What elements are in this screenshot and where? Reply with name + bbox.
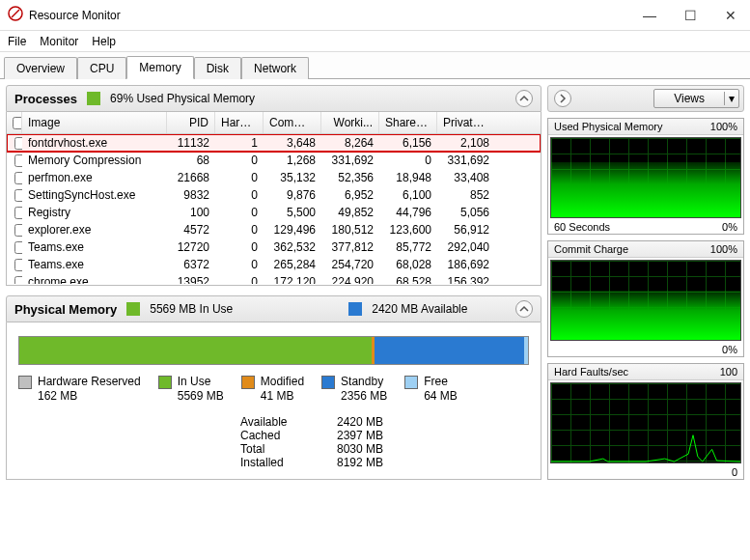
cell-commit: 9,876 xyxy=(264,188,321,202)
views-dropdown[interactable]: Views ▾ xyxy=(653,89,739,108)
row-checkbox[interactable] xyxy=(14,276,22,285)
views-label: Views xyxy=(654,92,724,105)
cell-pid: 68 xyxy=(167,154,215,167)
table-row[interactable]: chrome.exe139520172,120224,92068,528156,… xyxy=(7,273,541,284)
cell-hf: 1 xyxy=(215,136,264,150)
cell-hf: 0 xyxy=(215,258,264,271)
row-checkbox[interactable] xyxy=(14,241,22,254)
cell-working: 49,852 xyxy=(321,206,379,219)
cell-working: 331,692 xyxy=(321,154,379,167)
table-row[interactable]: fontdrvhost.exe1113213,6488,2646,1562,10… xyxy=(7,134,541,152)
chart-nav-button[interactable] xyxy=(554,90,571,107)
cell-commit: 35,132 xyxy=(264,171,321,184)
memory-stats: Available2420 MBCached2397 MBTotal8030 M… xyxy=(240,415,529,469)
table-row[interactable]: Teams.exe127200362,532377,81285,772292,0… xyxy=(7,238,541,256)
table-row[interactable]: Registry10005,50049,85244,7965,056 xyxy=(7,204,541,221)
memory-legend: Hardware Reserved162 MBIn Use5569 MBModi… xyxy=(18,375,529,404)
cell-commit: 5,500 xyxy=(264,206,321,219)
cell-image: SettingSyncHost.exe xyxy=(22,188,167,202)
cell-commit: 3,648 xyxy=(264,136,321,150)
menu-bar: File Monitor Help xyxy=(0,31,750,52)
cell-share: 6,156 xyxy=(379,136,437,150)
tab-network[interactable]: Network xyxy=(241,57,309,79)
collapse-button-2[interactable] xyxy=(515,300,533,318)
cell-commit: 129,496 xyxy=(264,223,321,237)
cell-share: 123,600 xyxy=(379,223,437,237)
cell-working: 8,264 xyxy=(321,136,379,150)
chart-title: Used Physical Memory xyxy=(554,121,662,132)
legend-value: 41 MB xyxy=(261,389,304,404)
tab-cpu[interactable]: CPU xyxy=(77,57,126,79)
svg-line-1 xyxy=(12,10,19,17)
row-checkbox[interactable] xyxy=(14,189,22,202)
col-hardfaults[interactable]: Hard F... xyxy=(215,112,264,133)
row-checkbox[interactable] xyxy=(14,207,22,219)
row-checkbox[interactable] xyxy=(14,224,22,237)
chart-foot-right: 0% xyxy=(722,221,737,233)
maximize-button[interactable]: ☐ xyxy=(679,8,702,23)
tab-disk[interactable]: Disk xyxy=(194,57,241,79)
cell-private: 33,408 xyxy=(437,171,495,184)
chart-max: 100% xyxy=(710,243,737,255)
cell-hf: 0 xyxy=(215,223,264,237)
row-checkbox[interactable] xyxy=(14,259,22,271)
legend-swatch-icon xyxy=(321,376,335,389)
cell-image: explorer.exe xyxy=(22,223,167,237)
menu-monitor[interactable]: Monitor xyxy=(40,35,78,48)
col-check[interactable] xyxy=(7,112,22,133)
stat-value: 8192 MB xyxy=(316,456,383,469)
col-private[interactable]: Private ... xyxy=(437,112,495,133)
cell-pid: 6372 xyxy=(167,258,215,271)
cell-working: 377,812 xyxy=(321,240,379,254)
cell-private: 2,108 xyxy=(437,136,495,150)
stat-key: Installed xyxy=(240,456,298,469)
cell-share: 44,796 xyxy=(379,206,437,219)
chart-canvas xyxy=(550,382,741,463)
collapse-button[interactable] xyxy=(515,90,533,107)
col-pid[interactable]: PID xyxy=(167,112,215,133)
table-row[interactable]: SettingSyncHost.exe983209,8766,9526,1008… xyxy=(7,186,541,204)
legend-value: 5569 MB xyxy=(178,389,224,404)
cell-hf: 0 xyxy=(215,275,264,284)
physical-memory-header[interactable]: Physical Memory 5569 MB In Use 2420 MB A… xyxy=(6,295,542,322)
stat-value: 2397 MB xyxy=(316,429,383,442)
inuse-label: 5569 MB In Use xyxy=(150,302,233,316)
table-row[interactable]: Teams.exe63720265,284254,72068,028186,69… xyxy=(7,256,541,273)
tab-overview[interactable]: Overview xyxy=(4,57,77,79)
cell-private: 5,056 xyxy=(437,206,495,219)
stat-row: Installed8192 MB xyxy=(240,456,529,469)
processes-header[interactable]: Processes 69% Used Physical Memory xyxy=(6,85,542,112)
minimize-button[interactable]: — xyxy=(638,8,661,23)
cell-pid: 11132 xyxy=(167,136,215,150)
cell-working: 254,720 xyxy=(321,258,379,271)
table-row[interactable]: explorer.exe45720129,496180,512123,60056… xyxy=(7,221,541,238)
cell-commit: 265,284 xyxy=(264,258,321,271)
table-row[interactable]: perfmon.exe21668035,13252,35618,94833,40… xyxy=(7,169,541,186)
cell-hf: 0 xyxy=(215,171,264,184)
stat-value: 8030 MB xyxy=(316,442,383,456)
row-checkbox[interactable] xyxy=(14,137,22,150)
cell-pid: 9832 xyxy=(167,188,215,202)
close-button[interactable]: ✕ xyxy=(719,8,742,23)
menu-help[interactable]: Help xyxy=(92,35,116,48)
cell-private: 156,392 xyxy=(437,275,495,284)
charts-header: Views ▾ xyxy=(547,85,744,112)
memory-segment xyxy=(524,337,528,364)
menu-file[interactable]: File xyxy=(8,35,26,48)
table-row[interactable]: Memory Compression6801,268331,6920331,69… xyxy=(7,152,541,169)
row-checkbox[interactable] xyxy=(14,154,22,167)
col-image[interactable]: Image xyxy=(22,112,167,133)
tab-memory[interactable]: Memory xyxy=(126,56,193,79)
table-header: Image PID Hard F... Commi... Worki... Sh… xyxy=(7,112,541,134)
col-commit[interactable]: Commi... xyxy=(264,112,321,133)
memory-bar xyxy=(18,336,529,365)
select-all-checkbox[interactable] xyxy=(13,117,22,129)
physical-title: Physical Memory xyxy=(14,302,117,317)
col-working[interactable]: Worki... xyxy=(321,112,379,133)
cell-commit: 1,268 xyxy=(264,154,321,167)
row-checkbox[interactable] xyxy=(14,172,22,184)
cell-image: chrome.exe xyxy=(22,275,167,284)
table-body[interactable]: fontdrvhost.exe1113213,6488,2646,1562,10… xyxy=(7,134,541,284)
col-shareable[interactable]: Sharea... xyxy=(379,112,437,133)
legend-name: Modified xyxy=(261,375,304,389)
